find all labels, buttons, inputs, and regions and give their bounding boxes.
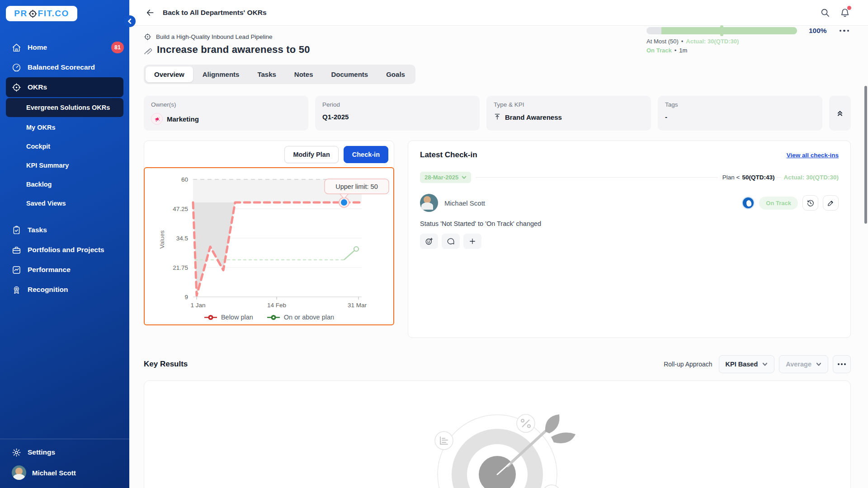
chevron-left-icon xyxy=(127,19,132,24)
sidebar-user[interactable]: Michael Scott xyxy=(0,462,129,483)
plus-icon xyxy=(468,237,476,245)
legend-label: Below plan xyxy=(221,314,253,321)
status-label: On Track xyxy=(646,47,672,54)
key-results-title: Key Results xyxy=(144,360,188,369)
at-most-arrow-icon xyxy=(494,113,501,122)
performance-chart-icon xyxy=(12,265,21,275)
sidebar-item-backlog[interactable]: Backlog xyxy=(0,175,129,194)
sidebar-item-my-okrs[interactable]: My OKRs xyxy=(0,118,129,137)
tags-label: Tags xyxy=(665,101,815,108)
progress-line-chart[interactable]: Upper limit: 50 60 47.25 34.5 21.75 9 Va… xyxy=(145,171,393,311)
checkin-history-button[interactable] xyxy=(802,195,818,211)
latest-checkin-card: Latest Check-in View all check-ins 28-Ma… xyxy=(408,141,851,338)
double-chevron-up-icon xyxy=(836,110,844,117)
above-plan-legend-marker xyxy=(267,314,280,320)
objective-target-icon xyxy=(144,33,151,41)
sidebar-item-home[interactable]: Home 81 xyxy=(0,38,129,57)
sidebar-item-label: KPI Summary xyxy=(26,162,69,169)
key-results-more-options-icon[interactable] xyxy=(833,355,851,373)
sidebar-item-evergreen-solutions-okrs[interactable]: Evergreen Solutions OKRs xyxy=(6,98,123,117)
chart-legend: Below plan On or above plan xyxy=(145,314,393,321)
sidebar-item-cockpit[interactable]: Cockpit xyxy=(0,137,129,156)
confidence-badge-icon xyxy=(742,197,755,209)
key-results-header: Key Results Roll-up Approach KPI Based A… xyxy=(144,355,851,373)
history-clock-icon xyxy=(807,199,814,207)
sidebar-item-recognition[interactable]: Recognition xyxy=(0,280,129,300)
period-card: Period Q1-2025 xyxy=(315,96,480,131)
back-link[interactable]: Back to All Departments' OKRs xyxy=(146,8,267,17)
empty-state-target-illustration xyxy=(400,400,594,488)
profit-co-logo[interactable]: PR FIT.CO xyxy=(6,6,77,21)
home-count-badge: 81 xyxy=(111,42,124,53)
author-avatar xyxy=(420,194,438,212)
sidebar-item-saved-views[interactable]: Saved Views xyxy=(0,194,129,213)
tab-documents[interactable]: Documents xyxy=(323,66,377,82)
user-name: Michael Scott xyxy=(32,469,76,477)
period-label: Period xyxy=(322,101,472,108)
checkin-actual-value: Actual: 30(QTD:30) xyxy=(783,174,839,181)
sidebar-item-label: OKRs xyxy=(28,83,47,91)
add-reaction-button[interactable] xyxy=(420,234,438,249)
header-more-options-icon[interactable] xyxy=(839,27,850,35)
main-area: Back to All Departments' OKRs Build a Hi… xyxy=(129,0,868,488)
comment-button[interactable] xyxy=(442,234,460,249)
checkin-edit-button[interactable] xyxy=(823,195,839,211)
tab-goals[interactable]: Goals xyxy=(377,66,414,82)
sidebar-nav: Home 81 Balanced Scorecard OKRs Evergree… xyxy=(0,38,129,439)
sidebar-item-performance[interactable]: Performance xyxy=(0,260,129,280)
briefcase-icon xyxy=(12,245,21,255)
aggregation-dropdown[interactable]: Average xyxy=(779,355,828,373)
checkin-date-dropdown[interactable]: 28-Mar-2025 xyxy=(420,172,471,183)
y-tick: 9 xyxy=(184,294,188,300)
check-in-button[interactable]: Check-in xyxy=(344,146,388,163)
tab-tasks[interactable]: Tasks xyxy=(249,66,284,82)
scorecard-icon xyxy=(12,63,21,72)
sidebar-item-label: Balanced Scorecard xyxy=(28,63,95,71)
rollup-approach-dropdown[interactable]: KPI Based xyxy=(719,355,775,373)
chat-bubble-icon xyxy=(447,237,455,245)
sidebar-collapse-toggle[interactable] xyxy=(124,15,136,27)
sidebar-item-okrs[interactable]: OKRs xyxy=(6,77,123,97)
below-plan-legend-marker xyxy=(204,314,217,320)
view-all-checkins-link[interactable]: View all check-ins xyxy=(787,152,839,159)
tab-overview[interactable]: Overview xyxy=(146,66,193,82)
sidebar-item-label: Evergreen Solutions OKRs xyxy=(26,104,110,111)
author-name: Michael Scott xyxy=(444,199,485,207)
owners-value: Marketing xyxy=(167,115,199,123)
y-axis-label: Values xyxy=(159,230,165,249)
add-button[interactable] xyxy=(463,234,481,249)
y-tick: 47.25 xyxy=(173,206,188,212)
chevron-down-icon xyxy=(462,175,467,180)
period-value: Q1-2025 xyxy=(322,113,349,121)
user-avatar xyxy=(12,465,26,480)
logo-target-icon xyxy=(28,9,37,18)
progress-marker xyxy=(720,25,723,36)
type-kpi-label: Type & KPI xyxy=(494,101,644,108)
sidebar-item-kpi-summary[interactable]: KPI Summary xyxy=(0,156,129,175)
owners-label: Owner(s) xyxy=(151,101,301,108)
sidebar-item-settings[interactable]: Settings xyxy=(0,443,129,462)
award-icon xyxy=(12,285,21,295)
rollup-approach-label: Roll-up Approach xyxy=(664,361,712,368)
vertical-scrollbar[interactable] xyxy=(864,86,867,224)
checkin-status-text: Status 'Not Started' to 'On Track' chang… xyxy=(420,220,839,227)
search-icon[interactable] xyxy=(820,8,830,18)
status-age: 1m xyxy=(679,47,687,54)
sidebar-item-label: Settings xyxy=(28,448,55,456)
sidebar: PR FIT.CO Home 81 Balanced Scorecard xyxy=(0,0,129,488)
tab-alignments[interactable]: Alignments xyxy=(194,66,248,82)
collapse-details-button[interactable] xyxy=(829,96,851,131)
owners-card: Owner(s) Marketing xyxy=(144,96,308,131)
back-label: Back to All Departments' OKRs xyxy=(163,9,267,17)
sidebar-item-balanced-scorecard[interactable]: Balanced Scorecard xyxy=(0,57,129,77)
modify-plan-button[interactable]: Modify Plan xyxy=(284,146,338,163)
sidebar-item-label: Saved Views xyxy=(26,200,66,207)
logo-text-right: FIT.CO xyxy=(38,9,69,19)
tab-notes[interactable]: Notes xyxy=(286,66,322,82)
sidebar-item-portfolios-projects[interactable]: Portfolios and Projects xyxy=(0,240,129,260)
topbar: Back to All Departments' OKRs xyxy=(129,0,868,26)
page-title: Increase brand awareness to 50 xyxy=(157,44,310,56)
x-tick: 31 Mar xyxy=(348,302,367,309)
notifications-bell-icon[interactable] xyxy=(840,8,850,18)
sidebar-item-tasks[interactable]: Tasks xyxy=(0,220,129,240)
